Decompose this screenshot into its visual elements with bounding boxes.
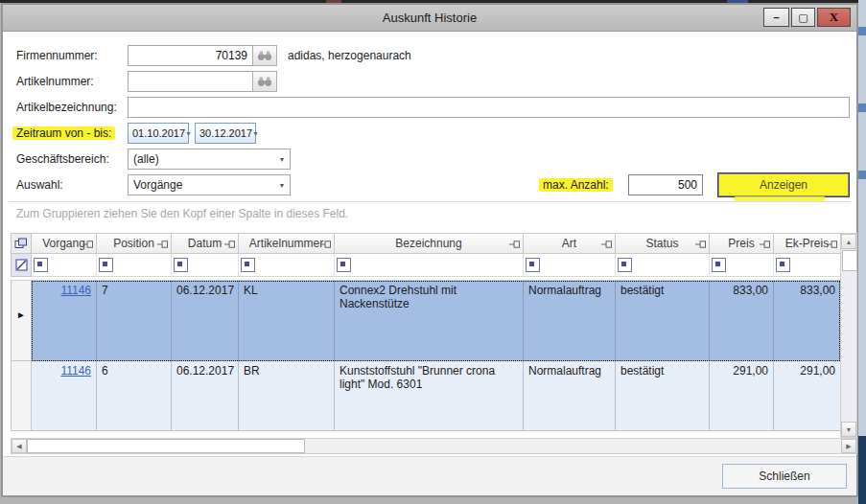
- artikelnummer-label: Artikelnummer:: [16, 71, 94, 92]
- cell-preis: 291,00: [710, 361, 774, 430]
- filter-icon[interactable]: [241, 258, 255, 272]
- cell-datum: 06.12.2017: [172, 281, 239, 361]
- chevron-down-icon[interactable]: ▼: [185, 130, 192, 137]
- cell-position: 7: [97, 281, 172, 361]
- max-anzahl-label: max. Anzahl:: [539, 178, 613, 192]
- max-anzahl-input[interactable]: [628, 174, 703, 195]
- column-header-artikelnummer[interactable]: Artikelnummer: [239, 233, 335, 254]
- filter-cell-datum[interactable]: [172, 254, 239, 277]
- filter-cell-art[interactable]: [524, 254, 616, 277]
- geschaeftsbereich-label: Geschäftsbereich:: [16, 149, 109, 170]
- vertical-scrollbar-thumb[interactable]: [842, 250, 857, 271]
- cell-bezeichnung: Kunststoffstuhl "Brunner crona light" Mo…: [335, 361, 524, 430]
- firmennummer-info: adidas, herzogenaurach: [288, 45, 411, 66]
- pin-icon[interactable]: [509, 241, 520, 248]
- filter-cell-bezeichnung[interactable]: [335, 254, 524, 277]
- scroll-down-icon: ▼: [846, 426, 853, 433]
- close-button[interactable]: X: [817, 8, 851, 27]
- column-header-ek-preis[interactable]: Ek-Preis: [774, 233, 840, 254]
- column-header-art[interactable]: Art: [524, 233, 616, 254]
- grid-corner-button[interactable]: [11, 233, 32, 254]
- scroll-down-button[interactable]: ▼: [841, 422, 856, 437]
- vorgang-link[interactable]: 11146: [60, 284, 91, 297]
- auswahl-label: Auswahl:: [16, 174, 63, 195]
- filter-cell-vorgang[interactable]: [32, 254, 97, 277]
- table-row[interactable]: ► 11146 7 06.12.2017 KL Connex2 Drehstuh…: [11, 281, 857, 361]
- grid-filter-row: [11, 254, 840, 277]
- maximize-button[interactable]: ▢: [791, 8, 815, 27]
- filter-edit-button[interactable]: [11, 254, 32, 277]
- horizontal-scrollbar-thumb[interactable]: [27, 439, 305, 453]
- cell-art: Normalauftrag: [524, 361, 616, 430]
- artikelbezeichnung-input[interactable]: [128, 97, 850, 118]
- column-header-status[interactable]: Status: [616, 233, 710, 254]
- pin-icon[interactable]: [760, 241, 770, 248]
- filter-icon[interactable]: [174, 258, 188, 272]
- filter-icon[interactable]: [526, 258, 540, 272]
- dialog-body: Firmennummer: adidas, herzogenaurach Art…: [3, 32, 856, 456]
- column-header-bezeichnung[interactable]: Bezeichnung: [335, 233, 524, 254]
- cell-ek-preis: 833,00: [774, 281, 840, 361]
- scroll-up-button[interactable]: ▲: [841, 234, 856, 249]
- history-grid: Vorgang Position Datum Artikelnummer Bez…: [11, 233, 857, 454]
- chevron-down-icon[interactable]: ▼: [274, 156, 290, 163]
- pin-icon[interactable]: [695, 241, 706, 248]
- background-mark: [858, 436, 866, 504]
- filter-icon[interactable]: [776, 258, 790, 272]
- filter-cell-ek-preis[interactable]: [774, 254, 840, 277]
- window-controls: – ▢ X: [763, 8, 851, 27]
- firmennummer-lookup-button[interactable]: [252, 45, 277, 66]
- filter-icon[interactable]: [99, 258, 113, 272]
- minimize-icon: –: [773, 11, 779, 23]
- table-row[interactable]: 11146 6 06.12.2017 BR Kunststoffstuhl "B…: [11, 361, 857, 431]
- vertical-scrollbar[interactable]: ▲ ▼: [840, 233, 857, 438]
- title-bar[interactable]: Auskunft Historie – ▢ X: [3, 5, 856, 32]
- column-header-preis[interactable]: Preis: [710, 233, 774, 254]
- chevron-down-icon[interactable]: ▼: [252, 130, 259, 137]
- vorgang-link[interactable]: 11146: [60, 364, 91, 378]
- firmennummer-input[interactable]: [128, 45, 253, 66]
- artikelbezeichnung-label: Artikelbezeichnung:: [16, 97, 117, 118]
- filter-cell-artikelnummer[interactable]: [239, 254, 335, 277]
- auswahl-select[interactable]: Vorgänge ▼: [128, 174, 291, 195]
- dialog-footer: Schließen: [3, 456, 856, 495]
- pin-icon[interactable]: [827, 241, 837, 248]
- geschaeftsbereich-select[interactable]: (alle) ▼: [128, 149, 291, 170]
- column-header-label: Preis: [728, 237, 754, 250]
- zeitraum-von-value: 01.10.2017: [129, 127, 185, 139]
- column-header-label: Datum: [188, 237, 222, 250]
- filter-cell-status[interactable]: [616, 254, 710, 277]
- scroll-left-button[interactable]: ◀: [12, 439, 27, 453]
- pin-icon[interactable]: [224, 241, 235, 248]
- horizontal-scrollbar[interactable]: ◀ ▶: [11, 438, 857, 454]
- filter-cell-preis[interactable]: [710, 254, 774, 277]
- column-header-position[interactable]: Position: [97, 233, 172, 254]
- schliessen-button[interactable]: Schließen: [722, 464, 847, 489]
- background-window-edge: [858, 0, 866, 504]
- minimize-button[interactable]: –: [763, 8, 789, 27]
- filter-icon[interactable]: [34, 258, 48, 272]
- artikelnummer-input[interactable]: [128, 71, 253, 92]
- scroll-right-button[interactable]: ▶: [841, 439, 856, 453]
- filter-icon[interactable]: [337, 258, 351, 272]
- pin-icon[interactable]: [157, 241, 168, 248]
- column-header-vorgang[interactable]: Vorgang: [32, 233, 97, 254]
- pin-icon[interactable]: [601, 241, 612, 248]
- cell-art: Normalauftrag: [524, 281, 616, 361]
- anzeigen-button[interactable]: Anzeigen: [717, 172, 850, 197]
- pin-icon[interactable]: [82, 241, 93, 248]
- chevron-down-icon[interactable]: ▼: [274, 182, 290, 189]
- close-icon: X: [830, 10, 838, 25]
- zeitraum-von-datepicker[interactable]: 01.10.2017 ▼: [128, 123, 189, 144]
- zeitraum-bis-datepicker[interactable]: 30.12.2017 ▼: [195, 123, 256, 144]
- pin-icon[interactable]: [320, 241, 331, 248]
- anzeigen-button-label: Anzeigen: [760, 178, 807, 192]
- filter-icon[interactable]: [712, 258, 726, 272]
- zeitraum-bis-value: 30.12.2017: [196, 127, 252, 139]
- cell-preis: 833,00: [710, 281, 774, 361]
- filter-cell-position[interactable]: [97, 254, 172, 277]
- filter-icon[interactable]: [618, 258, 632, 272]
- column-header-datum[interactable]: Datum: [172, 233, 239, 254]
- column-header-label: Bezeichnung: [395, 237, 461, 250]
- artikelnummer-lookup-button[interactable]: [252, 71, 277, 92]
